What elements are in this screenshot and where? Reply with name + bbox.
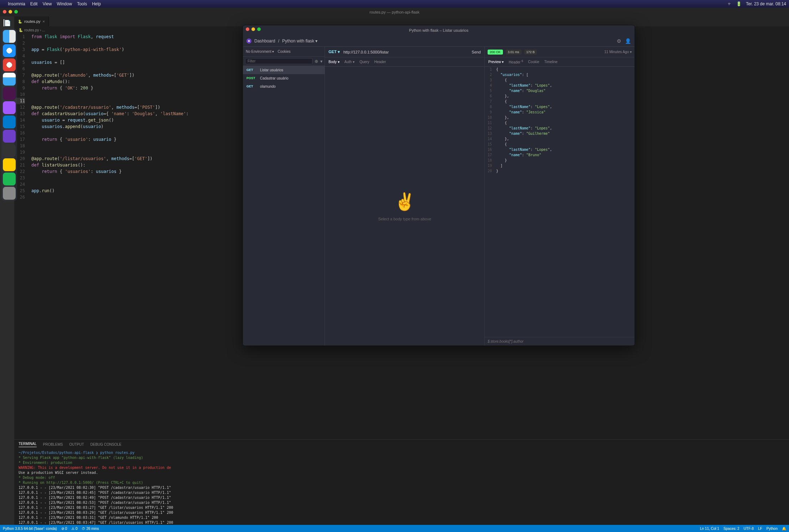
gear-icon[interactable]: ⚙: [617, 38, 621, 44]
close-window-button[interactable]: [3, 10, 6, 14]
battery-icon[interactable]: 🔋: [736, 1, 742, 6]
minimize-window-button[interactable]: [9, 10, 12, 14]
tab-debug-console[interactable]: DEBUG CONSOLE: [90, 443, 121, 446]
app-name[interactable]: Insomnia: [8, 1, 25, 6]
menu-help[interactable]: Help: [92, 1, 101, 6]
terminal-panel: TERMINAL PROBLEMS OUTPUT DEBUG CONSOLE ~…: [14, 439, 789, 525]
dock-vscode-icon[interactable]: [3, 116, 16, 128]
notifications-icon[interactable]: 🔔: [782, 527, 786, 531]
tab-cookie[interactable]: Cookie: [528, 60, 539, 64]
breadcrumb-dashboard[interactable]: Dashboard: [254, 39, 275, 44]
user-icon[interactable]: 👤: [625, 38, 631, 44]
python-interpreter[interactable]: Python 3.8.5 64-bit ('base': conda): [3, 527, 57, 531]
request-olamundo[interactable]: GET olamundo: [243, 82, 325, 91]
response-bar: 200 OK 3.01 ms 172 B 11 Minutes Ago ▾: [485, 47, 635, 57]
dock-safari-icon[interactable]: [3, 44, 16, 57]
chevron-down-icon[interactable]: ▾: [320, 59, 322, 64]
indent[interactable]: Spaces: 2: [723, 527, 739, 531]
close-window-button[interactable]: [246, 27, 249, 31]
tab-label: routes.py: [24, 19, 40, 24]
hand-icon: ✌: [394, 191, 416, 212]
tab-preview[interactable]: Preview ▾: [488, 60, 504, 64]
request-name: olamundo: [260, 85, 276, 88]
dock-chrome-icon[interactable]: [3, 58, 16, 71]
cursor-position[interactable]: Ln 11, Col 1: [700, 527, 719, 531]
response-body[interactable]: 1234567891011121314151617181920 { "usuar…: [485, 67, 635, 337]
insomnia-titlebar: Python with flask – Listar usuários: [243, 25, 635, 35]
time-badge: 3.01 ms: [506, 50, 521, 55]
cookies-button[interactable]: Cookies: [278, 50, 290, 53]
response-json: { "usuarios": [ { "lastName": "Lopes", "…: [494, 67, 635, 337]
dock-finder-icon[interactable]: [3, 30, 16, 43]
statusbar: Python 3.8.5 64-bit ('base': conda) ⊘ 0 …: [0, 525, 789, 532]
filter-input[interactable]: [245, 58, 312, 64]
dock-spotify-icon[interactable]: [3, 173, 16, 185]
terminal-output[interactable]: ~/Projetos/Estudos/python-api-flask ❯ py…: [14, 449, 789, 525]
environment-selector[interactable]: No Environment ▾: [246, 50, 274, 53]
dock-slack-icon[interactable]: [3, 87, 16, 100]
menu-view[interactable]: View: [42, 1, 52, 6]
dock-insomnia-icon[interactable]: [3, 130, 16, 143]
menu-window[interactable]: Window: [57, 1, 72, 6]
send-button[interactable]: Send: [468, 50, 484, 54]
python-file-icon: 🐍: [19, 28, 23, 32]
size-badge: 172 B: [524, 50, 537, 55]
tab-header[interactable]: Header: [374, 60, 386, 64]
response-pane: 200 OK 3.01 ms 172 B 11 Minutes Ago ▾ Pr…: [485, 47, 635, 346]
macos-menubar: Insomnia Edit View Window Tools Help ᯤ 🔋…: [0, 0, 789, 8]
tab-routes-py[interactable]: routes.py ×: [14, 16, 49, 26]
dock-terminal-icon[interactable]: [3, 144, 16, 157]
request-name: Listar usuários: [260, 68, 283, 72]
tab-query[interactable]: Query: [360, 60, 369, 64]
dock-trash-icon[interactable]: [3, 187, 16, 200]
tab-auth[interactable]: Auth ▾: [345, 60, 355, 64]
eol[interactable]: LF: [758, 527, 762, 531]
window-title: routes.py — python-api-flask: [370, 10, 419, 14]
tab-terminal[interactable]: TERMINAL: [19, 442, 37, 447]
request-list: GET Listar usuários POST Cadastrar usuár…: [243, 66, 325, 346]
body-empty-state: ✌ Select a body type from above: [325, 67, 484, 346]
window-controls: [3, 10, 18, 14]
tab-output[interactable]: OUTPUT: [69, 443, 84, 446]
method-badge: GET: [246, 85, 257, 88]
method-badge: GET: [246, 68, 257, 72]
status-badge: 200 OK: [488, 50, 503, 55]
request-pane: GET ▾ Send Body ▾ Auth ▾ Query Header ✌ …: [325, 47, 485, 346]
request-name: Cadastrar usuário: [260, 76, 288, 80]
error-count[interactable]: ⊘ 0: [61, 527, 67, 531]
jsonpath-input[interactable]: [488, 339, 632, 343]
history-dropdown[interactable]: 11 Minutes Ago ▾: [604, 50, 632, 54]
method-dropdown[interactable]: GET ▾: [325, 50, 343, 54]
encoding[interactable]: UTF-8: [744, 527, 754, 531]
breadcrumb-workspace[interactable]: Python with flask ▾: [282, 39, 317, 44]
vscode-titlebar: routes.py — python-api-flask: [0, 8, 789, 16]
body-hint: Select a body type from above: [378, 217, 431, 221]
url-input[interactable]: [343, 50, 468, 54]
language-mode[interactable]: Python: [767, 527, 778, 531]
method-badge: POST: [246, 76, 257, 80]
request-cadastrar-usuario[interactable]: POST Cadastrar usuário: [243, 74, 325, 82]
tab-timeline[interactable]: Timeline: [544, 60, 558, 64]
minimize-window-button[interactable]: [251, 27, 255, 31]
clock[interactable]: Ter. 23 de mar. 08:14: [746, 1, 786, 6]
tab-header[interactable]: Header 6: [509, 59, 523, 64]
close-tab-icon[interactable]: ×: [42, 19, 45, 24]
dock-mail-icon[interactable]: [3, 73, 16, 86]
maximize-window-button[interactable]: [257, 27, 261, 31]
session-time[interactable]: ⏱ 26 mins: [82, 527, 99, 531]
explorer-icon[interactable]: 📄: [4, 19, 11, 26]
menu-edit[interactable]: Edit: [30, 1, 38, 6]
maximize-window-button[interactable]: [14, 10, 18, 14]
insomnia-logo-icon[interactable]: [246, 39, 251, 44]
menu-tools[interactable]: Tools: [77, 1, 87, 6]
tab-problems[interactable]: PROBLEMS: [43, 443, 63, 446]
wifi-icon[interactable]: ᯤ: [728, 1, 732, 6]
add-request-icon[interactable]: ⊕: [315, 59, 318, 64]
tab-body[interactable]: Body ▾: [329, 60, 340, 64]
request-listar-usuarios[interactable]: GET Listar usuários: [243, 66, 325, 74]
response-line-gutter: 1234567891011121314151617181920: [485, 67, 494, 337]
dock-notes-icon[interactable]: [3, 158, 16, 171]
warning-count[interactable]: ⚠ 0: [71, 527, 77, 531]
dock-figma-icon[interactable]: [3, 101, 16, 114]
insomnia-sidebar: No Environment ▾ Cookies ⊕ ▾ GET Listar …: [243, 47, 325, 346]
